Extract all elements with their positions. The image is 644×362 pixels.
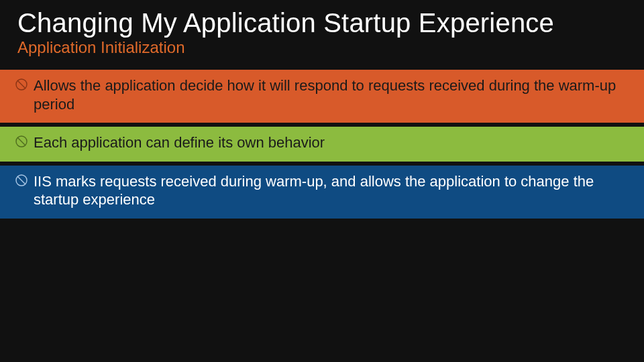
svg-line-3 (17, 137, 25, 145)
bullet-text: Allows the application decide how it wil… (34, 76, 627, 113)
svg-line-5 (17, 176, 25, 184)
bullet-glyph-icon (15, 135, 28, 148)
bullet-text: Each application can define its own beha… (34, 133, 627, 152)
slide-subtitle: Application Initialization (0, 38, 644, 64)
bullet-glyph-icon (15, 78, 28, 91)
bullet-item: Allows the application decide how it wil… (0, 70, 644, 123)
bullet-text: IIS marks requests received during warm-… (34, 172, 627, 209)
bullet-item: IIS marks requests received during warm-… (0, 166, 644, 219)
slide-title: Changing My Application Startup Experien… (0, 8, 644, 38)
bullet-glyph-icon (15, 174, 28, 187)
bullet-list: Allows the application decide how it wil… (0, 70, 644, 219)
bullet-item: Each application can define its own beha… (0, 127, 644, 162)
svg-line-1 (17, 80, 25, 88)
slide: Changing My Application Startup Experien… (0, 0, 644, 362)
